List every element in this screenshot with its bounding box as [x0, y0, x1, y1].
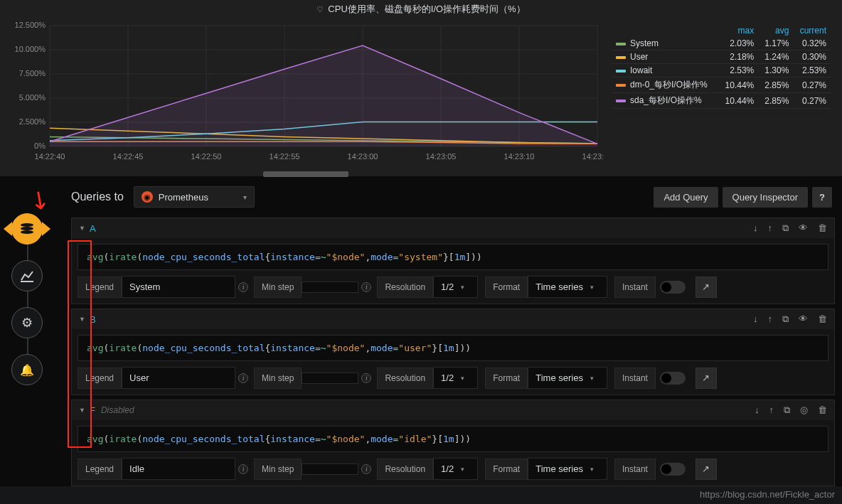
toggle-visibility-icon[interactable]: ◎: [800, 404, 808, 416]
datasource-name: Prometheus: [159, 192, 208, 203]
chart-icon: [20, 269, 34, 283]
query-header[interactable]: ▼ A ↓ ↑ ⧉ 👁 🗑: [72, 218, 834, 238]
instant-label: Instant: [614, 277, 656, 298]
query-header[interactable]: ▼ B ↓ ↑ ⧉ 👁 🗑: [72, 309, 834, 329]
queries-to-label: Queries to: [71, 191, 124, 203]
heart-icon: ♡: [316, 5, 324, 14]
legend-input[interactable]: User: [122, 367, 235, 389]
toggle-visibility-icon[interactable]: 👁: [799, 222, 808, 234]
instant-label: Instant: [614, 459, 656, 480]
instant-toggle[interactable]: [660, 372, 686, 385]
query-inspector-button[interactable]: Query Inspector: [723, 187, 809, 208]
legend-input[interactable]: Idle: [122, 458, 235, 480]
watermark: https://blog.csdn.net/Fickle_actor: [700, 489, 835, 500]
move-up-icon[interactable]: ↑: [768, 313, 773, 325]
move-up-icon[interactable]: ↑: [768, 222, 773, 234]
move-down-icon[interactable]: ↓: [753, 313, 758, 325]
query-expression-input[interactable]: avg(irate(node_cpu_seconds_total{instanc…: [78, 426, 828, 452]
chevron-down-icon: ▼: [79, 316, 85, 323]
tab-general[interactable]: ⚙: [11, 307, 43, 338]
panel-title-text: CPU使用率、磁盘每秒的I/O操作耗费时间（%）: [328, 3, 525, 16]
minstep-input[interactable]: [302, 463, 358, 475]
resolution-label: Resolution: [377, 277, 433, 298]
query-id: A: [90, 223, 96, 234]
delete-icon[interactable]: 🗑: [818, 404, 827, 416]
chart-area[interactable]: 0%2.500%5.000%7.500%10.000%12.500%14:22:…: [7, 18, 604, 169]
side-nav: ⚙ 🔔: [9, 213, 46, 401]
query-id: F: [90, 405, 95, 416]
minstep-label: Min step: [254, 368, 302, 389]
legend-row[interactable]: System2.03%1.17%0.32%: [612, 37, 831, 50]
legend-col-current[interactable]: current: [793, 24, 831, 37]
minstep-input[interactable]: [302, 372, 358, 384]
resolution-select[interactable]: 1/2▾: [433, 276, 478, 298]
legend-row[interactable]: User2.18%1.24%0.30%: [612, 50, 831, 64]
info-icon[interactable]: i: [238, 373, 248, 383]
query-disabled-label: Disabled: [101, 405, 134, 415]
legend-col-avg[interactable]: avg: [758, 24, 793, 37]
legend-col-max[interactable]: max: [718, 24, 758, 37]
external-link-icon[interactable]: ↗: [696, 277, 717, 298]
legend-label: Legend: [78, 368, 122, 389]
svg-text:5.000%: 5.000%: [19, 93, 46, 102]
duplicate-icon[interactable]: ⧉: [782, 222, 789, 234]
minstep-label: Min step: [254, 459, 302, 480]
toggle-visibility-icon[interactable]: 👁: [799, 313, 808, 325]
resolution-label: Resolution: [377, 368, 433, 389]
instant-toggle[interactable]: [660, 281, 686, 294]
format-label: Format: [485, 368, 528, 389]
query-expression-input[interactable]: avg(irate(node_cpu_seconds_total{instanc…: [78, 244, 828, 270]
info-icon[interactable]: i: [238, 282, 248, 292]
tab-alert[interactable]: 🔔: [11, 354, 43, 385]
minstep-input[interactable]: [302, 282, 358, 293]
chevron-down-icon: ▼: [79, 407, 85, 414]
query-row-B: ▼ B ↓ ↑ ⧉ 👁 🗑 avg(irate(node_cpu_seconds…: [71, 309, 835, 395]
query-id: B: [90, 314, 96, 325]
duplicate-icon[interactable]: ⧉: [784, 404, 790, 416]
format-label: Format: [485, 459, 528, 480]
tab-visualization[interactable]: [11, 260, 43, 291]
external-link-icon[interactable]: ↗: [696, 368, 717, 389]
instant-toggle[interactable]: [660, 463, 686, 476]
resolution-select[interactable]: 1/2▾: [433, 367, 478, 389]
add-query-button[interactable]: Add Query: [654, 187, 718, 208]
format-select[interactable]: Time series▾: [528, 458, 607, 480]
svg-text:14:23:05: 14:23:05: [426, 152, 457, 161]
query-options: Legend System i Min step i Resolution 1/…: [78, 276, 828, 298]
info-icon[interactable]: i: [361, 282, 371, 292]
datasource-picker[interactable]: ◉ Prometheus ▾: [134, 186, 255, 208]
chart-scrollbar[interactable]: [263, 171, 348, 177]
move-down-icon[interactable]: ↓: [755, 404, 760, 416]
external-link-icon[interactable]: ↗: [696, 459, 717, 480]
query-expression-input[interactable]: avg(irate(node_cpu_seconds_total{instanc…: [78, 335, 828, 361]
svg-text:14:22:40: 14:22:40: [35, 152, 65, 161]
resolution-select[interactable]: 1/2▾: [433, 458, 478, 480]
database-icon: [21, 223, 33, 235]
svg-text:2.500%: 2.500%: [19, 117, 46, 126]
format-select[interactable]: Time series▾: [528, 367, 607, 389]
minstep-label: Min step: [254, 277, 302, 298]
chart-panel: ♡ CPU使用率、磁盘每秒的I/O操作耗费时间（%） 0%2.500%5.000…: [0, 0, 842, 176]
delete-icon[interactable]: 🗑: [818, 222, 827, 234]
move-up-icon[interactable]: ↑: [769, 404, 774, 416]
editor-toolbar: Queries to ◉ Prometheus ▾ Add Query Quer…: [0, 176, 842, 218]
legend-row[interactable]: Iowait2.53%1.30%2.53%: [612, 64, 831, 77]
help-button[interactable]: ?: [812, 187, 832, 208]
info-icon[interactable]: i: [238, 464, 248, 474]
chevron-down-icon: ▾: [243, 193, 247, 201]
format-select[interactable]: Time series▾: [528, 276, 607, 298]
legend-row[interactable]: sda_每秒I/O操作%10.44%2.85%0.27%: [612, 93, 831, 109]
legend-row[interactable]: dm-0_每秒I/O操作%10.44%2.85%0.27%: [612, 77, 831, 93]
legend-label: Legend: [78, 277, 122, 298]
info-icon[interactable]: i: [361, 464, 371, 474]
svg-text:10.000%: 10.000%: [15, 45, 46, 53]
move-down-icon[interactable]: ↓: [753, 222, 758, 234]
duplicate-icon[interactable]: ⧉: [782, 313, 789, 325]
svg-text:14:22:50: 14:22:50: [191, 152, 222, 161]
info-icon[interactable]: i: [361, 373, 371, 383]
tab-queries[interactable]: [11, 213, 43, 245]
delete-icon[interactable]: 🗑: [818, 313, 827, 325]
svg-text:14:22:55: 14:22:55: [270, 152, 300, 161]
query-header[interactable]: ▼ F Disabled ↓ ↑ ⧉ ◎ 🗑: [72, 400, 834, 420]
legend-input[interactable]: System: [122, 276, 235, 298]
